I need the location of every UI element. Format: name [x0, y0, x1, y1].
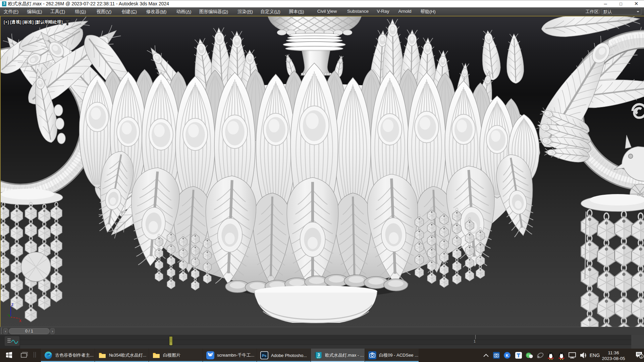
svg-text:[+] [透视] [标准] [默认明暗处理]: [+] [透视] [标准] [默认明暗处理] — [4, 20, 63, 24]
svg-text:2: 2 — [640, 355, 642, 358]
svg-text:K: K — [506, 353, 509, 358]
svg-text:2023-08-05: 2023-08-05 — [602, 356, 625, 361]
svg-text:X: X — [19, 319, 21, 323]
svg-text:ENG: ENG — [590, 353, 600, 358]
svg-text:11:36: 11:36 — [608, 350, 619, 355]
svg-text:Z: Z — [11, 303, 13, 307]
